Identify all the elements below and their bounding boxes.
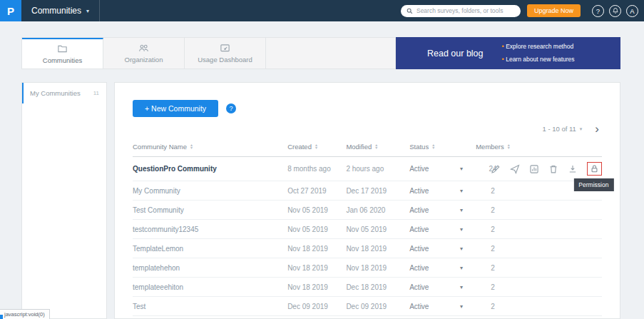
status-value: Active [409,245,429,253]
community-name-link[interactable]: QuestionPro Community [133,165,217,173]
members-cell: 2 [473,220,513,239]
blog-bullet[interactable]: Learn about new features [502,54,575,66]
created-cell: Nov 05 2019 [287,201,346,220]
status-dropdown-icon[interactable]: ▾ [460,207,463,213]
status-dropdown-icon[interactable]: ▾ [460,265,463,271]
table-row[interactable]: templatehehon Nov 18 2019 Nov 18 2019 Ac… [133,258,602,278]
chevron-down-icon: ▾ [580,126,583,132]
tab-organization[interactable]: Organization [103,38,185,69]
modified-cell: Jan 06 2020 [346,201,409,220]
sort-icon[interactable]: ▴▾ [432,144,434,149]
modified-cell: Dec 18 2019 [346,278,409,297]
pagination-range-label: 1 - 10 of 11 [542,125,576,133]
column-header-actions [513,136,602,157]
community-name-link[interactable]: templatehehon [133,264,180,272]
column-header-created[interactable]: Created▴▾ [287,143,317,151]
created-cell: 8 months ago [287,157,346,181]
community-name-link[interactable]: My Community [133,187,180,195]
blog-bullet[interactable]: Explore research method [502,41,575,54]
community-name-link[interactable]: Test [133,303,145,310]
community-name-link[interactable]: TemplateLemon [133,245,183,253]
column-header-status[interactable]: Status▴▾ [409,143,434,151]
content-area: My Communities 11 + New Community ? 1 - … [21,82,620,319]
panel-toolbar: + New Community ? [133,100,602,117]
dashboard-icon [220,43,230,54]
pagination-next-button[interactable]: › [593,123,600,135]
table-row[interactable]: Cupcakes Community Dec 11 2019 Dec 11 20… [133,316,602,319]
status-dropdown-icon[interactable]: ▾ [460,166,463,172]
sort-icon[interactable]: ▴▾ [508,144,510,149]
paper-plane-icon [510,164,520,174]
chevron-down-icon: ▾ [86,8,89,14]
table-row[interactable]: TemplateLemon Nov 18 2019 Nov 18 2019 Ac… [133,239,602,258]
sort-icon[interactable]: ▴▾ [190,144,193,149]
upgrade-button[interactable]: Upgrade Now [527,4,581,17]
status-value: Active [409,264,429,272]
status-dropdown-icon[interactable]: ▾ [460,226,463,233]
table-row[interactable]: QuestionPro Community 8 months ago 2 hou… [133,157,602,181]
created-cell: Nov 18 2019 [287,258,346,278]
status-dropdown-icon[interactable]: ▾ [460,245,463,252]
search-input[interactable] [416,7,515,14]
help-button[interactable]: ? [592,5,604,17]
status-dropdown-icon[interactable]: ▾ [460,188,463,194]
folder-icon [57,44,68,54]
members-cell: 2 [473,201,513,220]
blog-banner[interactable]: Read our blog Explore research method Le… [396,37,620,69]
topbar: P Communities ▾ Upgrade Now ? A [0,0,644,21]
bell-icon [612,7,619,14]
column-header-modified[interactable]: Modified▴▾ [346,143,377,151]
tab-label: Organization [125,56,163,64]
community-name-link[interactable]: testcommunity12345 [133,226,198,233]
product-switcher[interactable]: Communities ▾ [21,0,100,21]
community-name-link[interactable]: Test Community [133,206,184,214]
tab-communities[interactable]: Communities [22,38,103,69]
community-name-link[interactable]: templateeehiton [133,283,183,291]
members-cell: 2 [473,239,513,258]
help-icon[interactable]: ? [226,103,236,113]
new-community-button[interactable]: + New Community [133,100,218,117]
column-header-members[interactable]: Members▴▾ [476,143,510,151]
table-row[interactable]: Test Dec 09 2019 Dec 09 2019 Active▾ 2 [133,297,602,316]
status-dropdown-icon[interactable]: ▾ [460,284,463,290]
status-value: Active [409,165,429,173]
modified-cell: Nov 05 2019 [346,220,409,239]
notifications-button[interactable] [609,5,621,17]
delete-button[interactable] [548,164,558,174]
column-header-community-name[interactable]: Community Name▴▾ [133,143,193,151]
lock-icon [590,164,599,173]
table-row[interactable]: My Community Oct 27 2019 Dec 17 2019 Act… [133,181,602,201]
reports-button[interactable] [529,164,539,174]
table-row[interactable]: testcommunity12345 Nov 05 2019 Nov 05 20… [133,220,602,239]
sidebar-item-my-communities[interactable]: My Communities 11 [22,83,106,103]
status-dropdown-icon[interactable]: ▾ [460,303,463,310]
tab-label: Communities [43,56,82,64]
modified-cell: Dec 11 2019 [346,316,409,319]
pagination-range-dropdown[interactable]: 1 - 10 of 11 ▾ [542,125,582,133]
pencil-icon [491,164,501,174]
sort-icon[interactable]: ▴▾ [375,144,377,149]
status-value: Active [409,303,429,310]
status-value: Active [409,206,429,214]
global-search[interactable] [401,5,521,17]
sort-icon[interactable]: ▴▾ [315,144,317,149]
avatar-letter: A [630,7,634,15]
modified-cell: Dec 09 2019 [346,297,409,316]
report-icon [529,164,539,174]
members-cell: 2 [473,258,513,278]
modified-cell: Nov 18 2019 [346,258,409,278]
created-cell: Nov 18 2019 [287,278,346,297]
communities-app: P Communities ▾ Upgrade Now ? A Communit… [0,0,644,319]
modified-cell: Nov 18 2019 [346,239,409,258]
permission-button[interactable]: Permission [587,162,602,176]
table-row[interactable]: Test Community Nov 05 2019 Jan 06 2020 A… [133,201,602,220]
sidebar-item-label: My Communities [30,89,81,97]
send-button[interactable] [510,164,520,174]
tab-usage-dashboard[interactable]: Usage Dashboard [185,38,266,69]
export-button[interactable] [568,164,578,174]
table-row[interactable]: templateeehiton Nov 18 2019 Dec 18 2019 … [133,278,602,297]
communities-table: Community Name▴▾ Created▴▾ Modified▴▾ St… [133,136,602,319]
avatar[interactable]: A [626,5,638,17]
questionpro-logo[interactable]: P [0,0,21,21]
edit-button[interactable] [491,164,501,174]
